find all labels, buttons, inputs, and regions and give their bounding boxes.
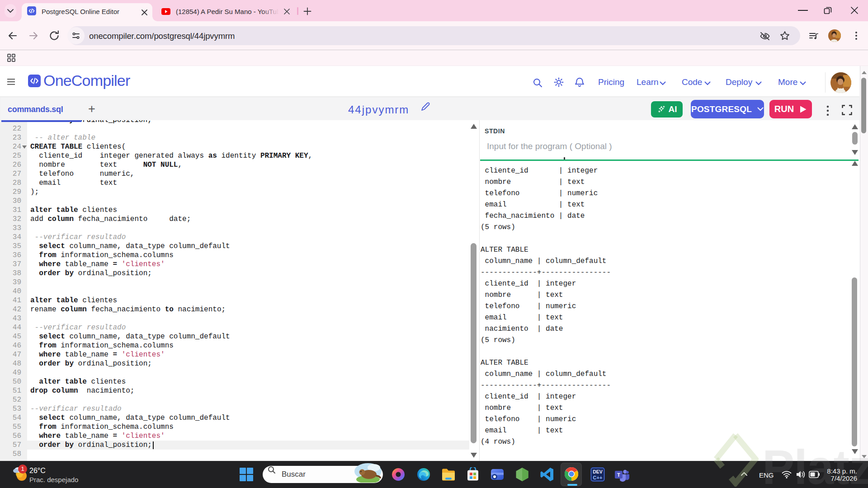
svg-text:C++: C++ xyxy=(593,475,603,480)
svg-text:T: T xyxy=(617,472,620,478)
svg-text:DEV: DEV xyxy=(593,469,603,474)
